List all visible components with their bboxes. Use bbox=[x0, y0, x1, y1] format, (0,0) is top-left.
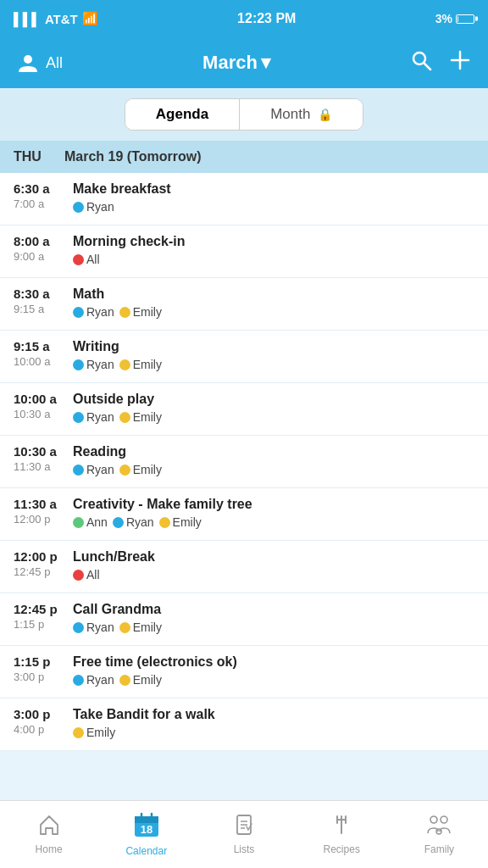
header-actions bbox=[410, 49, 471, 76]
lists-icon bbox=[232, 813, 256, 840]
event-people: RyanEmily bbox=[73, 463, 474, 476]
event-details: Make breakfastRyan bbox=[73, 181, 474, 214]
header: All March ▾ bbox=[0, 37, 488, 88]
event-people: RyanEmily bbox=[73, 305, 474, 319]
time-column: 1:15 p3:00 p bbox=[14, 654, 73, 683]
person-tag: Ryan bbox=[73, 358, 114, 371]
person-name: Ryan bbox=[86, 673, 114, 687]
recipes-icon bbox=[330, 813, 353, 840]
event-people: RyanEmily bbox=[73, 410, 474, 424]
event-title: Writing bbox=[73, 339, 474, 354]
event-start-time: 3:00 p bbox=[14, 707, 73, 721]
event-end-time: 7:00 a bbox=[14, 198, 73, 210]
event-end-time: 12:00 p bbox=[14, 513, 73, 526]
event-people: AnnRyanEmily bbox=[73, 515, 474, 529]
event-row[interactable]: 9:15 a10:00 aWritingRyanEmily bbox=[0, 331, 488, 383]
month-label: March bbox=[202, 52, 258, 74]
yellow-dot bbox=[119, 675, 130, 686]
segment-control: Agenda Month 🔒 bbox=[125, 98, 363, 131]
event-row[interactable]: 6:30 a7:00 aMake breakfastRyan bbox=[0, 173, 488, 225]
add-button[interactable] bbox=[449, 49, 471, 76]
person-name: Emily bbox=[133, 463, 162, 476]
event-end-time: 11:30 a bbox=[14, 460, 73, 473]
blue-dot bbox=[73, 202, 84, 213]
person-name: Ryan bbox=[86, 620, 114, 634]
person-name: Emily bbox=[173, 515, 202, 529]
event-row[interactable]: 11:30 a12:00 pCreativity - Make family t… bbox=[0, 488, 488, 541]
search-button[interactable] bbox=[410, 49, 432, 76]
person-tag: Emily bbox=[119, 673, 162, 687]
event-title: Free time (electronics ok) bbox=[73, 654, 474, 670]
family-label: Family bbox=[424, 843, 454, 855]
yellow-dot bbox=[119, 359, 130, 370]
event-row[interactable]: 12:00 p12:45 pLunch/BreakAll bbox=[0, 541, 488, 593]
person-name: Emily bbox=[133, 673, 162, 687]
person-tag: Ryan bbox=[73, 200, 114, 214]
month-title[interactable]: March ▾ bbox=[202, 52, 270, 74]
time-column: 12:00 p12:45 p bbox=[14, 549, 73, 578]
blue-dot bbox=[73, 412, 84, 423]
event-start-time: 11:30 a bbox=[14, 497, 73, 511]
search-icon bbox=[410, 49, 432, 71]
event-details: Outside playRyanEmily bbox=[73, 392, 474, 424]
event-start-time: 10:30 a bbox=[14, 444, 73, 459]
time-column: 8:30 a9:15 a bbox=[14, 287, 73, 315]
svg-line-2 bbox=[424, 64, 430, 70]
svg-rect-8 bbox=[135, 819, 158, 821]
event-people: RyanEmily bbox=[73, 358, 474, 371]
plus-icon bbox=[449, 49, 471, 71]
calendar-label: Calendar bbox=[125, 845, 167, 857]
person-name: Emily bbox=[133, 358, 162, 371]
person-tag: Ryan bbox=[113, 515, 154, 529]
event-details: Morning check-inAll bbox=[73, 234, 474, 266]
family-icon bbox=[426, 813, 452, 840]
event-end-time: 9:15 a bbox=[14, 303, 73, 315]
wifi-icon: 📶 bbox=[82, 11, 98, 26]
battery-icon bbox=[456, 14, 474, 24]
event-end-time: 4:00 p bbox=[14, 723, 73, 736]
nav-calendar[interactable]: 18 Calendar bbox=[97, 811, 195, 857]
nav-home[interactable]: Home bbox=[0, 813, 97, 855]
time-column: 8:00 a9:00 a bbox=[14, 234, 73, 263]
person-tag: Emily bbox=[119, 358, 162, 371]
user-selector[interactable]: All bbox=[17, 52, 63, 74]
red-dot bbox=[73, 570, 84, 581]
yellow-dot bbox=[119, 465, 130, 476]
status-battery: 3% bbox=[435, 12, 474, 25]
event-details: Creativity - Make family treeAnnRyanEmil… bbox=[73, 497, 474, 529]
person-tag: Emily bbox=[119, 463, 162, 476]
event-start-time: 9:15 a bbox=[14, 339, 73, 353]
event-row[interactable]: 12:45 p1:15 pCall GrandmaRyanEmily bbox=[0, 593, 488, 646]
nav-recipes[interactable]: Recipes bbox=[293, 813, 391, 855]
event-row[interactable]: 8:30 a9:15 aMathRyanEmily bbox=[0, 278, 488, 331]
event-title: Lunch/Break bbox=[73, 549, 474, 565]
person-tag: Ryan bbox=[73, 673, 114, 687]
person-name: Emily bbox=[133, 620, 162, 634]
person-name: Emily bbox=[133, 410, 162, 424]
time-column: 3:00 p4:00 p bbox=[14, 707, 73, 736]
svg-text:18: 18 bbox=[141, 823, 152, 836]
lock-icon: 🔒 bbox=[318, 108, 332, 121]
yellow-dot bbox=[159, 517, 170, 528]
time-column: 9:15 a10:00 a bbox=[14, 339, 73, 368]
svg-point-21 bbox=[441, 816, 447, 823]
person-tag: All bbox=[73, 253, 100, 266]
event-people: RyanEmily bbox=[73, 620, 474, 634]
person-name: Ryan bbox=[86, 200, 114, 214]
event-row[interactable]: 10:30 a11:30 aReadingRyanEmily bbox=[0, 436, 488, 488]
month-tab[interactable]: Month 🔒 bbox=[240, 99, 363, 130]
day-header: THU March 19 (Tomorrow) bbox=[0, 141, 488, 173]
status-time: 12:23 PM bbox=[237, 11, 296, 26]
event-row[interactable]: 8:00 a9:00 aMorning check-inAll bbox=[0, 225, 488, 278]
person-name: Ryan bbox=[86, 410, 114, 424]
event-row[interactable]: 10:00 a10:30 aOutside playRyanEmily bbox=[0, 383, 488, 436]
event-row[interactable]: 1:15 p3:00 pFree time (electronics ok)Ry… bbox=[0, 646, 488, 698]
nav-family[interactable]: Family bbox=[391, 813, 488, 855]
event-start-time: 8:00 a bbox=[14, 234, 73, 248]
agenda-tab[interactable]: Agenda bbox=[125, 99, 240, 130]
person-tag: Emily bbox=[159, 515, 202, 529]
event-row[interactable]: 3:00 p4:00 pTake Bandit for a walkEmily bbox=[0, 698, 488, 751]
nav-lists[interactable]: Lists bbox=[195, 813, 292, 855]
time-column: 11:30 a12:00 p bbox=[14, 497, 73, 526]
event-start-time: 10:00 a bbox=[14, 392, 73, 406]
